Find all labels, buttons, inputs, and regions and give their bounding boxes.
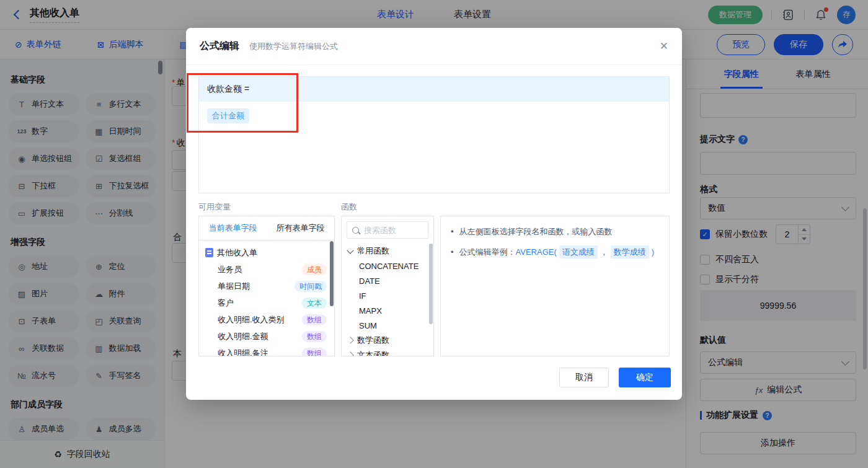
tab-all-form-fields[interactable]: 所有表单字段 (277, 223, 325, 234)
function-item-mapx[interactable]: MAPX (342, 303, 433, 318)
variable-row[interactable]: 客户文本 (205, 294, 334, 311)
type-badge: 时间戳 (294, 281, 327, 292)
form-doc-icon (205, 248, 213, 257)
type-badge: 数组 (302, 331, 327, 342)
type-badge: 文本 (302, 298, 327, 309)
tab-current-form-fields[interactable]: 当前表单字段 (209, 223, 257, 234)
function-search-input[interactable] (363, 225, 423, 236)
group-label: 数学函数 (357, 335, 389, 346)
function-item-if[interactable]: IF (342, 288, 433, 303)
variable-row[interactable]: 收入明细.备注数组 (205, 345, 334, 356)
type-badge: 成员 (302, 264, 327, 275)
variable-name: 单据日期 (218, 281, 250, 292)
variable-row[interactable]: 单据日期时间戳 (205, 278, 334, 294)
chevron-down-icon (347, 247, 353, 254)
tip-example-prefix: 公式编辑举例： (459, 245, 516, 258)
group-label: 文本函数 (357, 350, 389, 356)
function-name: SUM (359, 321, 377, 330)
formula-edit-modal: 公式编辑 使用数学运算符编辑公式 ✕ 收款金额 = 合计金额 可用变量 函数 当… (186, 28, 682, 400)
available-variables-label: 可用变量 (198, 201, 231, 213)
variables-scrollbar-thumb[interactable] (330, 241, 334, 306)
variable-name: 客户 (218, 298, 234, 309)
function-item-date[interactable]: DATE (342, 273, 433, 288)
tip-text: 从左侧面板选择字段名和函数，或输入函数 (459, 225, 613, 238)
function-search-box (347, 221, 428, 239)
variables-panel: 当前表单字段 所有表单字段 其他收入单 业务员成员 单据日期时间戳 客户文本 收… (198, 216, 335, 356)
tip-line-1: 从左侧面板选择字段名和函数，或输入函数 (451, 225, 659, 238)
formula-field-token[interactable]: 合计金额 (207, 108, 249, 123)
app-screen: 其他收入单 表单设计 表单设置 数据管理 存 ⊘ 表单外链 ⊠ 后端脚本 (0, 0, 868, 468)
modal-title: 公式编辑 (200, 40, 239, 53)
variables-tree: 其他收入单 业务员成员 单据日期时间戳 客户文本 收入明细.收入类别数组 收入明… (199, 241, 334, 356)
tip-function-close: ) (652, 245, 654, 258)
confirm-button[interactable]: 确定 (619, 368, 671, 387)
variable-name: 收入明细.备注 (218, 348, 268, 357)
chevron-right-icon (347, 351, 353, 356)
formula-editor[interactable]: 收款金额 = 合计金额 (198, 76, 670, 193)
function-name: MAPX (359, 306, 382, 316)
type-badge: 数组 (302, 348, 327, 357)
tip-token-math-score: 数学成绩 (611, 245, 649, 258)
variable-name: 收入明细.金额 (218, 331, 268, 342)
functions-label: 函数 (341, 201, 357, 213)
close-icon[interactable]: ✕ (660, 40, 668, 53)
tip-line-2: 公式编辑举例：AVERAGE(语文成绩，数学成绩) (451, 245, 659, 258)
tip-function-open: AVERAGE( (516, 245, 557, 258)
function-name: DATE (359, 276, 380, 286)
variable-row[interactable]: 收入明细.收入类别数组 (205, 311, 334, 328)
tips-panel: 从左侧面板选择字段名和函数，或输入函数 公式编辑举例：AVERAGE(语文成绩，… (440, 216, 670, 356)
function-item-sum[interactable]: SUM (342, 318, 433, 333)
cancel-button[interactable]: 取消 (559, 368, 609, 387)
tree-root-form[interactable]: 其他收入单 (205, 244, 334, 261)
search-icon (352, 227, 359, 234)
chevron-right-icon (347, 337, 353, 343)
function-group-common[interactable]: 常用函数 (342, 244, 433, 258)
functions-scrollbar-thumb[interactable] (429, 244, 433, 324)
tree-root-label: 其他收入单 (217, 247, 257, 258)
function-group-text[interactable]: 文本函数 (342, 348, 433, 356)
variable-row[interactable]: 收入明细.金额数组 (205, 328, 334, 345)
tip-comma: ， (600, 245, 608, 258)
formula-target: 收款金额 = (199, 77, 669, 102)
function-name: CONCATENATE (359, 262, 418, 271)
function-group-math[interactable]: 数学函数 (342, 333, 433, 348)
variables-tabs: 当前表单字段 所有表单字段 (199, 216, 334, 241)
variable-name: 业务员 (218, 264, 242, 275)
modal-subtitle: 使用数学运算符编辑公式 (249, 41, 338, 52)
function-name: IF (359, 291, 366, 301)
variable-row[interactable]: 业务员成员 (205, 261, 334, 278)
group-label: 常用函数 (357, 245, 389, 257)
tip-token-chinese-score: 语文成绩 (559, 245, 598, 258)
variable-name: 收入明细.收入类别 (218, 314, 285, 325)
modal-header: 公式编辑 使用数学运算符编辑公式 ✕ (186, 28, 682, 65)
type-badge: 数组 (302, 314, 327, 325)
functions-panel: 常用函数 CONCATENATE DATE IF MAPX SUM 数学函数 文… (341, 216, 434, 356)
function-item-concatenate[interactable]: CONCATENATE (342, 258, 433, 273)
